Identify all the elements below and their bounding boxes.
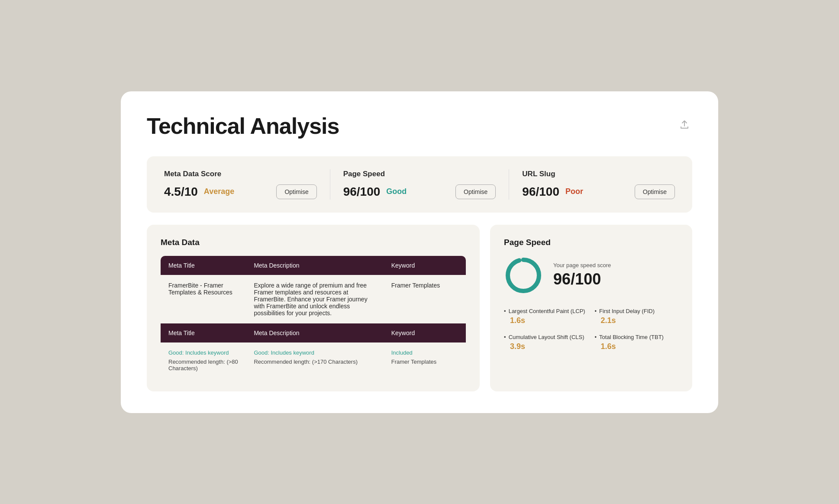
metric-lcp-value: 1.6s	[504, 316, 587, 325]
speed-score-row: Your page speed score 96/100	[504, 256, 678, 295]
meta-data-card-title: Meta Data	[161, 238, 466, 247]
page-speed-score-section: Page Speed 96/100 Good Optimise	[330, 170, 509, 199]
url-slug-score-label: URL Slug	[522, 170, 675, 178]
metric-lcp-label: Largest Contentful Paint (LCP)	[504, 308, 587, 314]
metric-lcp: Largest Contentful Paint (LCP) 1.6s	[504, 308, 587, 325]
page-speed-score-value: 96/100	[343, 185, 381, 199]
metric-fid: First Input Delay (FID) 2.1s	[595, 308, 678, 325]
speed-score-value: 96/100	[553, 270, 611, 288]
meta-data-card: Meta Data Meta Title Meta Description Ke…	[147, 225, 480, 391]
meta-data-score-label: Meta Data Score	[164, 170, 317, 178]
metric-tbt-value: 1.6s	[595, 342, 678, 351]
meta-data-score-section: Meta Data Score 4.5/10 Average Optimise	[164, 170, 330, 199]
meta-data-score-status: Average	[204, 187, 234, 196]
metric-cls-label: Cumulative Layout Shift (CLS)	[504, 334, 587, 340]
meta-desc-status-text: Good: Includes keyword	[254, 349, 375, 356]
page-speed-card-title: Page Speed	[504, 238, 678, 247]
speed-metrics-grid: Largest Contentful Paint (LCP) 1.6s Firs…	[504, 308, 678, 351]
page-header: Technical Analysis	[147, 113, 692, 139]
page-speed-score-row: 96/100 Good Optimise	[343, 184, 496, 199]
metric-cls-value: 3.9s	[504, 342, 587, 351]
meta-data-row-1: FramerBite - Framer Templates & Resource…	[161, 275, 466, 323]
meta-title-header-2: Meta Title	[161, 323, 246, 342]
metric-fid-value: 2.1s	[595, 316, 678, 325]
page-speed-optimise-button[interactable]: Optimise	[455, 184, 496, 199]
bottom-row: Meta Data Meta Title Meta Description Ke…	[147, 225, 692, 391]
donut-chart	[504, 256, 543, 295]
meta-title-status-cell: Good: Includes keyword Recommended lengt…	[161, 342, 246, 378]
meta-desc-rec-text: Recommended length: (>170 Characters)	[254, 359, 375, 365]
page-speed-card: Page Speed Your page speed score 96/100	[490, 225, 692, 391]
meta-description-header: Meta Description	[246, 256, 383, 275]
page-speed-score-status: Good	[386, 187, 407, 196]
url-slug-optimise-button[interactable]: Optimise	[635, 184, 675, 199]
keyword-status-text: Included	[391, 349, 458, 356]
keyword-cell: Framer Templates	[384, 275, 466, 323]
url-slug-score-section: URL Slug 96/100 Poor Optimise	[509, 170, 675, 199]
meta-description-header-2: Meta Description	[246, 323, 383, 342]
meta-data-score-row: 4.5/10 Average Optimise	[164, 184, 317, 199]
keyword-header-2: Keyword	[384, 323, 466, 342]
keyword-header: Keyword	[384, 256, 466, 275]
meta-table-header-row-1: Meta Title Meta Description Keyword	[161, 256, 466, 275]
keyword-status-cell: Included Framer Templates	[384, 342, 466, 378]
meta-data-optimise-button[interactable]: Optimise	[276, 184, 316, 199]
keyword-value-text: Framer Templates	[391, 359, 458, 365]
meta-title-header: Meta Title	[161, 256, 246, 275]
export-icon[interactable]	[677, 116, 692, 132]
metric-fid-label: First Input Delay (FID)	[595, 308, 678, 314]
meta-data-row-2: Good: Includes keyword Recommended lengt…	[161, 342, 466, 378]
meta-data-score-value: 4.5/10	[164, 185, 198, 199]
app-container: Technical Analysis Meta Data Score 4.5/1…	[121, 91, 718, 413]
metric-tbt: Total Blocking Time (TBT) 1.6s	[595, 334, 678, 351]
url-slug-score-row: 96/100 Poor Optimise	[522, 184, 675, 199]
meta-title-rec-text: Recommended length: (>80 Characters)	[168, 359, 238, 372]
metric-tbt-label: Total Blocking Time (TBT)	[595, 334, 678, 340]
url-slug-score-value: 96/100	[522, 185, 559, 199]
meta-title-cell: FramerBite - Framer Templates & Resource…	[161, 275, 246, 323]
speed-score-caption: Your page speed score	[553, 262, 611, 268]
meta-description-cell: Explore a wide range of premium and free…	[246, 275, 383, 323]
speed-score-info: Your page speed score 96/100	[553, 262, 611, 288]
score-card-row: Meta Data Score 4.5/10 Average Optimise …	[147, 156, 692, 213]
meta-table-header-row-2: Meta Title Meta Description Keyword	[161, 323, 466, 342]
page-speed-score-label: Page Speed	[343, 170, 496, 178]
meta-data-table: Meta Title Meta Description Keyword Fram…	[161, 256, 466, 378]
page-title: Technical Analysis	[147, 113, 339, 139]
meta-title-status-text: Good: Includes keyword	[168, 349, 238, 356]
meta-desc-status-cell: Good: Includes keyword Recommended lengt…	[246, 342, 383, 378]
metric-cls: Cumulative Layout Shift (CLS) 3.9s	[504, 334, 587, 351]
svg-point-1	[508, 260, 539, 291]
url-slug-score-status: Poor	[565, 187, 583, 196]
